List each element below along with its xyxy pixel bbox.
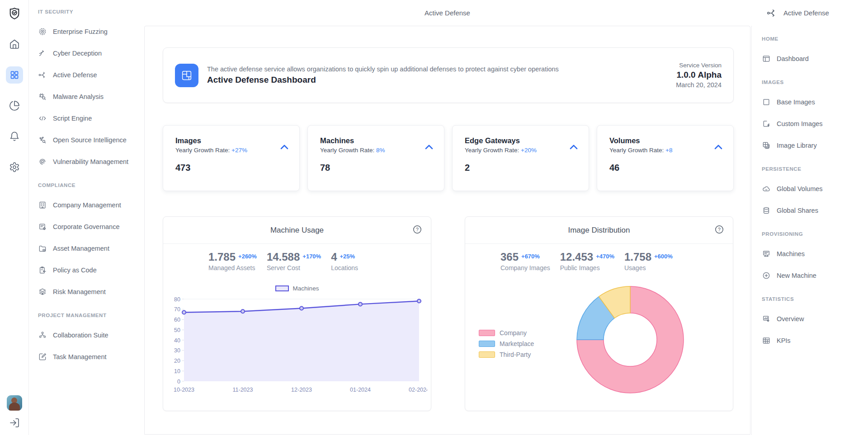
logout-button[interactable] [6,416,23,430]
list-gear-icon [38,222,47,231]
sidebar-item-risk-management[interactable]: Risk Management [38,281,140,303]
rail-dashboard-button[interactable] [6,66,23,84]
nav-item-machines[interactable]: Machines [762,243,864,265]
machine-usage-card: Machine Usage ? 1.785+260%Managed Assets… [163,216,431,411]
svg-text:20: 20 [174,358,180,364]
chevron-up-icon[interactable] [279,143,289,153]
section-header-project-management: PROJECT MANAGEMENT [38,313,140,321]
sidebar-item-task-management[interactable]: Task Management [38,346,140,368]
help-icon[interactable]: ? [715,225,724,236]
section-header-home: HOME [762,36,864,44]
nav-item-new-machine[interactable]: New Machine [762,265,864,286]
app-logo[interactable] [7,6,22,21]
stacked-grid-icon [762,141,771,150]
stat-cards-row: Images Yearly Growth Rate: +27% 473 Mach… [163,125,734,191]
machine-usage-title: Machine Usage [270,226,324,235]
svg-text:40: 40 [174,337,180,344]
svg-text:50: 50 [174,327,180,333]
chevron-up-icon[interactable] [713,143,723,153]
rail-home-button[interactable] [6,36,23,53]
nav-item-global-volumes[interactable]: Global Volumes [762,178,864,200]
stat-card-images: Images Yearly Growth Rate: +27% 473 [163,125,300,191]
machines-legend-item[interactable]: Machines [163,285,431,292]
sidebar-item-vulnerability-management[interactable]: Vulnerability Management [38,151,140,173]
legend-item-third-party[interactable]: Third-Party [479,351,534,358]
legend-item-marketplace[interactable]: Marketplace [479,340,534,347]
nav-item-kpis[interactable]: KPIs [762,330,864,351]
logout-icon [9,417,20,428]
nav-item-global-shares[interactable]: Global Shares [762,200,864,221]
branch-split-icon [38,49,47,58]
pie-chart-icon [9,100,20,111]
dashboard-layout-icon [180,69,193,82]
service-version-value: 1.0.0 Alpha [676,70,722,80]
nav-item-overview[interactable]: Overview [762,308,864,330]
square-icon [762,98,771,107]
right-header-active-defense[interactable]: Active Defense [751,0,868,26]
square-plus-icon [762,119,771,128]
network-search-icon [38,136,47,145]
image-distribution-stats: 365+670%Company Images 12.453+470%Public… [465,251,733,271]
chevron-up-icon[interactable] [424,143,434,153]
banner-title: Active Defense Dashboard [207,75,559,85]
svg-text:30: 30 [174,347,180,354]
sidebar-item-malware-analysis[interactable]: Malware Analysis [38,86,140,108]
sidebar-item-active-defense[interactable]: Active Defense [38,64,140,86]
section-header-images: IMAGES [762,80,864,88]
legend-item-company[interactable]: Company [479,329,534,337]
edit-square-icon [38,352,47,361]
stat-card-edge-gateways: Edge Gateways Yearly Growth Rate: +20% 2 [452,125,589,191]
stat-card-machines: Machines Yearly Growth Rate: 8% 78 [307,125,444,191]
help-icon[interactable]: ? [413,225,422,236]
sidebar-item-cyber-deception[interactable]: Cyber Deception [38,42,140,64]
chart-report-icon [762,314,771,323]
sidebar-item-collaboration-suite[interactable]: Collaboration Suite [38,324,140,346]
dashboard-panel-icon [762,54,771,63]
stat-value: 46 [609,163,722,173]
page-title: Active Defense [143,0,751,26]
bug-search-icon [38,92,47,101]
server-monitor-icon [762,249,771,258]
layers-eye-icon [38,287,47,296]
content-panel: The active defense service allows organi… [144,26,750,435]
gear-icon [9,162,20,173]
legend-swatch [479,341,495,347]
code-icon [38,114,47,123]
stat-value: 473 [175,163,288,173]
home-icon [9,39,20,50]
chevron-up-icon[interactable] [569,143,579,153]
nav-item-dashboard[interactable]: Dashboard [762,48,864,70]
rail-analytics-button[interactable] [6,97,23,114]
clipboard-arrow-icon [38,266,47,275]
banner-description: The active defense service allows organi… [207,65,559,73]
dashboard-banner-icon-badge [175,64,198,87]
svg-text:80: 80 [174,296,180,303]
left-sidebar: IT SECURITY Enterprise Fuzzing Cyber Dec… [29,0,143,435]
sidebar-item-script-engine[interactable]: Script Engine [38,108,140,129]
svg-text:60: 60 [174,317,180,323]
sidebar-item-corporate-governance[interactable]: Corporate Governance [38,216,140,238]
main-area: Active Defense The active defense servic… [143,0,751,435]
nav-item-custom-images[interactable]: Custom Images [762,113,864,135]
donut-legend: Company Marketplace Third-Party [479,329,534,358]
user-avatar[interactable] [7,395,22,411]
nav-item-base-images[interactable]: Base Images [762,91,864,113]
fuzzing-target-icon [38,27,47,36]
image-distribution-donut-chart[interactable] [575,285,685,395]
nav-item-image-library[interactable]: Image Library [762,135,864,156]
sidebar-item-policy-as-code[interactable]: Policy as Code [38,259,140,281]
sidebar-item-open-source-intelligence[interactable]: Open Source Intelligence [38,129,140,151]
legend-swatch [479,351,495,358]
machine-usage-line-chart[interactable]: 0102030405060708010-202311-202312-202301… [166,295,427,398]
sidebar-item-company-management[interactable]: Company Management [38,194,140,216]
sidebar-item-asset-management[interactable]: Asset Management [38,238,140,259]
rail-notifications-button[interactable] [6,128,23,145]
rail-settings-button[interactable] [6,159,23,176]
charts-row: Machine Usage ? 1.785+260%Managed Assets… [163,216,734,411]
flow-arrows-icon [38,70,47,80]
sidebar-item-enterprise-fuzzing[interactable]: Enterprise Fuzzing [38,21,140,42]
svg-text:?: ? [718,227,721,232]
section-header-compliance: COMPLIANCE [38,182,140,191]
shield-check-icon [7,6,22,21]
stat-card-volumes: Volumes Yearly Growth Rate: +8 46 [597,125,734,191]
